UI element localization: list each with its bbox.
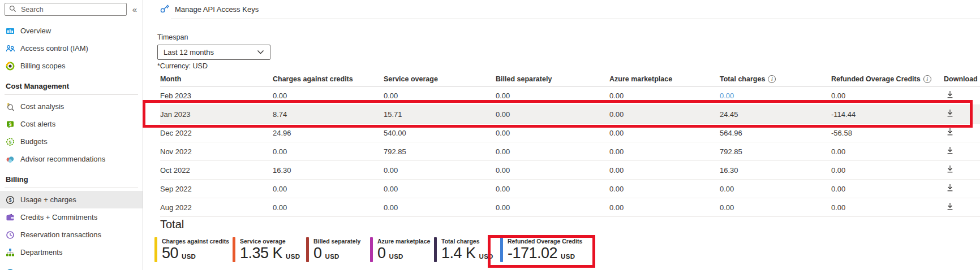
chevron-down-icon bbox=[257, 48, 264, 56]
sidebar-item-cost-analysis[interactable]: $Cost analysis bbox=[0, 98, 143, 115]
cell-value: 0.00 bbox=[496, 166, 510, 175]
download-cell bbox=[944, 108, 980, 120]
command-bar[interactable]: Manage API Access Keys bbox=[143, 0, 980, 19]
cell-value: 0.00 bbox=[831, 185, 845, 193]
month-cell: Aug 2022 bbox=[160, 203, 273, 212]
sidebar-item-label: Credits + Commitments bbox=[20, 213, 97, 221]
column-header-service-overage: Service overage bbox=[384, 75, 496, 83]
value-cell: 0.00 bbox=[609, 110, 720, 119]
download-button[interactable] bbox=[944, 164, 956, 176]
value-cell: 0.00 bbox=[384, 203, 496, 212]
timespan-select[interactable]: Last 12 months bbox=[157, 45, 270, 60]
column-header-month: Month bbox=[160, 75, 273, 83]
svg-text:$: $ bbox=[9, 140, 12, 145]
sidebar-item-more[interactable] bbox=[0, 261, 143, 270]
column-header-label: Azure marketplace bbox=[609, 75, 672, 83]
cell-value: 0.00 bbox=[831, 92, 845, 100]
info-icon[interactable]: i bbox=[768, 75, 776, 83]
value-cell: 0.00 bbox=[273, 203, 384, 212]
value-cell: 0.00 bbox=[609, 203, 720, 212]
sidebar-section-divider bbox=[5, 188, 138, 188]
tile-color-bar bbox=[306, 237, 309, 262]
cell-value: 0.00 bbox=[831, 203, 845, 212]
sidebar-item-credits-commitments[interactable]: Credits + Commitments bbox=[0, 208, 143, 226]
sidebar-item-billing-scopes[interactable]: Billing scopes bbox=[0, 57, 143, 75]
download-cell bbox=[944, 89, 980, 102]
download-button[interactable] bbox=[944, 182, 956, 195]
svg-text:$: $ bbox=[8, 197, 11, 203]
search-input[interactable] bbox=[20, 5, 122, 14]
value-cell: 0.00 bbox=[273, 92, 384, 100]
value-cell: 0.00 bbox=[609, 147, 720, 156]
sidebar-item-budgets[interactable]: $Budgets bbox=[0, 133, 143, 150]
tile-unit: USD bbox=[389, 253, 403, 261]
total-charges-link[interactable]: 0.00 bbox=[720, 92, 734, 100]
download-button[interactable] bbox=[944, 127, 956, 139]
sidebar-item-label: Cost analysis bbox=[20, 102, 64, 111]
search-icon bbox=[9, 5, 16, 15]
sidebar-item-reservation-transactions[interactable]: Reservation transactions bbox=[0, 226, 143, 243]
cell-value: 0.00 bbox=[384, 166, 398, 175]
download-button[interactable] bbox=[944, 108, 956, 120]
info-icon[interactable]: i bbox=[923, 75, 931, 83]
tile-value: 0USD bbox=[377, 246, 430, 261]
cell-value: 0.00 bbox=[496, 147, 510, 156]
tile-unit: USD bbox=[561, 253, 575, 261]
value-cell: 24.96 bbox=[273, 129, 384, 137]
value-cell: 15.71 bbox=[384, 110, 496, 119]
download-button[interactable] bbox=[944, 89, 956, 102]
tile-color-bar bbox=[370, 237, 373, 262]
value-cell: 0.00 bbox=[720, 185, 831, 193]
cost-analysis-icon: $ bbox=[5, 102, 15, 111]
svg-text:$: $ bbox=[9, 121, 12, 127]
tile-value: 1.35 KUSD bbox=[240, 246, 300, 261]
sidebar-item-access-control-iam[interactable]: Access control (IAM) bbox=[0, 40, 143, 57]
value-cell: 0.00 bbox=[609, 129, 720, 137]
cell-value: 540.00 bbox=[384, 129, 406, 137]
search-box[interactable] bbox=[5, 3, 127, 16]
cell-value: 564.96 bbox=[720, 129, 742, 137]
usage-table: MonthCharges against creditsService over… bbox=[160, 72, 980, 217]
value-cell: 792.85 bbox=[720, 147, 831, 156]
month-cell: Nov 2022 bbox=[160, 147, 273, 156]
value-cell[interactable]: 0.00 bbox=[720, 92, 831, 100]
table-row: Jan 20238.7415.710.000.0024.45-114.44 bbox=[160, 105, 980, 124]
sidebar-item-cost-alerts[interactable]: $Cost alerts bbox=[0, 115, 143, 133]
cell-value: 0.00 bbox=[831, 147, 845, 156]
sidebar: « OverviewAccess control (IAM)Billing sc… bbox=[0, 0, 143, 270]
download-cell bbox=[944, 127, 980, 139]
value-cell: 8.74 bbox=[273, 110, 384, 119]
table-row: Nov 20220.00792.850.000.00792.850.00 bbox=[160, 142, 980, 161]
sidebar-search-row: « bbox=[0, 0, 143, 18]
cell-value: 0.00 bbox=[831, 166, 845, 175]
tile-label: Charges against credits bbox=[162, 238, 229, 245]
sidebar-item-departments[interactable]: Departments bbox=[0, 243, 143, 261]
cell-value: 24.96 bbox=[273, 129, 291, 137]
credits-commitments-icon bbox=[5, 212, 15, 222]
tile-amount: 50 bbox=[162, 246, 178, 261]
sidebar-item-usage-charges[interactable]: $Usage + charges bbox=[0, 191, 143, 208]
download-button[interactable] bbox=[944, 145, 956, 158]
sidebar-item-advisor-recommendations[interactable]: Advisor recommendations bbox=[0, 150, 143, 168]
tile-label: Refunded Overage Credits bbox=[508, 238, 582, 245]
value-cell: 0.00 bbox=[831, 203, 944, 212]
column-header-total-charges: Total chargesi bbox=[720, 75, 831, 83]
cell-value: 0.00 bbox=[273, 203, 287, 212]
tile-color-bar bbox=[154, 237, 157, 262]
manage-api-keys-button[interactable]: Manage API Access Keys bbox=[175, 5, 259, 14]
sidebar-section-header: Billing bbox=[0, 168, 143, 188]
cell-value: 792.85 bbox=[384, 147, 406, 156]
totals-tiles: Charges against credits50USDService over… bbox=[143, 237, 980, 270]
download-icon bbox=[946, 184, 954, 194]
sidebar-item-overview[interactable]: Overview bbox=[0, 22, 143, 40]
tile-label: Service overage bbox=[240, 238, 300, 245]
value-cell: 0.00 bbox=[496, 129, 609, 137]
tile-color-bar bbox=[233, 237, 235, 262]
download-button[interactable] bbox=[944, 201, 956, 214]
sidebar-collapse-button[interactable]: « bbox=[128, 4, 141, 15]
column-header-label: Charges against credits bbox=[273, 75, 353, 83]
tile-body: Refunded Overage Credits-171.02USD bbox=[508, 237, 582, 262]
tile-amount: 0 bbox=[313, 246, 322, 261]
sidebar-nav: OverviewAccess control (IAM)Billing scop… bbox=[0, 18, 143, 270]
column-header-label: Billed separately bbox=[496, 75, 552, 83]
